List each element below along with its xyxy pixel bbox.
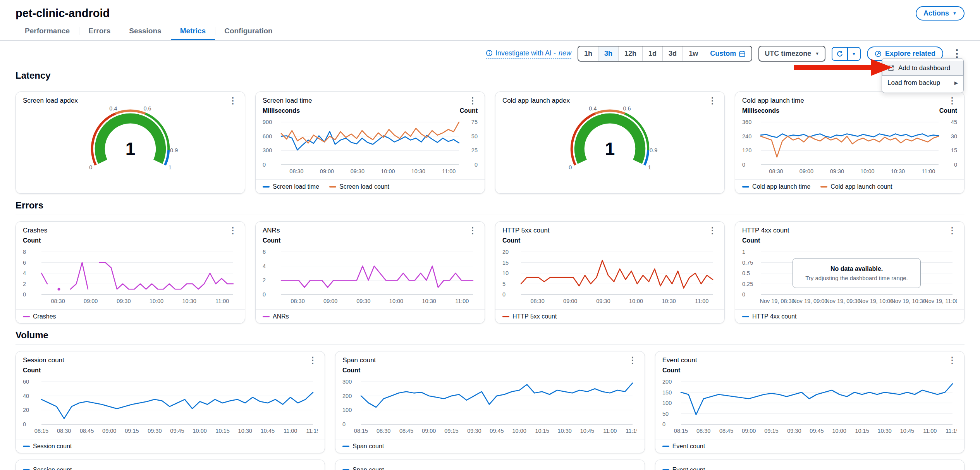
tab-sessions[interactable]: Sessions <box>120 23 170 40</box>
svg-text:11:00: 11:00 <box>284 428 297 434</box>
chart-legend: HTTP 5xx count <box>495 309 724 321</box>
range-1h-button[interactable]: 1h <box>578 46 598 61</box>
svg-text:11:00: 11:00 <box>923 428 937 434</box>
chart-title: HTTP 4xx count <box>742 227 789 234</box>
svg-text:10:45: 10:45 <box>580 428 594 434</box>
svg-text:10:00: 10:00 <box>832 428 846 434</box>
legend-item[interactable]: Cold app launch count <box>820 183 892 190</box>
range-custom-button[interactable]: Custom <box>704 46 751 61</box>
svg-text:5: 5 <box>502 281 505 287</box>
chart-title: Screen load time <box>263 97 312 105</box>
chart-legend: Screen load timeScreen load count <box>256 179 485 191</box>
tab-metrics[interactable]: Metrics <box>171 23 215 40</box>
card-menu-icon[interactable]: ⋮ <box>707 96 717 105</box>
tab-errors[interactable]: Errors <box>79 23 120 40</box>
svg-text:0.25: 0.25 <box>742 281 753 287</box>
cold-app-launch-apdex-gauge: 00.40.60.911 <box>502 107 717 188</box>
legend-color-dash <box>742 186 749 188</box>
svg-text:0.75: 0.75 <box>742 260 753 266</box>
svg-text:0: 0 <box>502 291 505 298</box>
legend-color-dash <box>502 316 509 317</box>
svg-text:09:15: 09:15 <box>445 428 459 434</box>
svg-text:10: 10 <box>502 270 509 276</box>
svg-text:11:00: 11:00 <box>603 428 617 434</box>
svg-text:360: 360 <box>742 119 751 125</box>
svg-text:0.5: 0.5 <box>742 270 750 276</box>
svg-text:600: 600 <box>263 133 272 139</box>
svg-text:11:15: 11:15 <box>626 428 638 434</box>
svg-text:20: 20 <box>502 249 509 255</box>
legend-item[interactable]: ANRs <box>263 313 289 320</box>
legend-item[interactable]: Event count <box>662 443 705 450</box>
chart-legend: ANRs <box>256 309 485 321</box>
range-3h-button[interactable]: 3h <box>598 46 618 61</box>
card-menu-icon[interactable]: ⋮ <box>468 96 478 105</box>
legend-item[interactable]: Session count <box>23 443 72 450</box>
chart-legend: Session count <box>16 439 325 451</box>
card-menu-icon[interactable]: ⋮ <box>468 226 478 235</box>
chart-legend: Span count <box>335 439 644 451</box>
refresh-icon <box>836 50 843 57</box>
svg-text:10:30: 10:30 <box>182 298 196 304</box>
chart-card-cold-app-launch-apdex: Cold app launch apdex ⋮ 00.40.60.911 <box>495 91 725 194</box>
volume-row: Session count ⋮ Count604020008:1508:3008… <box>15 351 965 453</box>
section-errors-heading: Errors <box>15 200 965 215</box>
svg-text:60: 60 <box>23 379 29 385</box>
screen-load-apdex-gauge: 00.40.60.911 <box>23 107 238 188</box>
svg-text:09:30: 09:30 <box>351 168 364 174</box>
legend-item[interactable]: Screen load time <box>263 183 319 190</box>
svg-text:10:00: 10:00 <box>193 428 207 434</box>
legend-color-dash <box>742 316 749 317</box>
http-4xx-chart: Count10.750.50.250Nov 19, 08:30Nov 19, 0… <box>742 236 957 306</box>
svg-text:240: 240 <box>742 133 751 139</box>
svg-text:10:00: 10:00 <box>512 428 526 434</box>
tab-bar: PerformanceErrorsSessionsMetricsConfigur… <box>0 23 980 41</box>
chart-card-crashes: Crashes ⋮ Count8642008:3009:0009:3010:00… <box>15 221 245 324</box>
chart-card-cold-app-launch-time: Cold app launch time ⋮ MillisecondsCount… <box>735 91 965 194</box>
svg-text:0: 0 <box>742 291 745 298</box>
legend-item[interactable]: Event count <box>662 467 705 470</box>
card-menu-icon[interactable]: ⋮ <box>947 356 957 365</box>
range-1d-button[interactable]: 1d <box>642 46 662 61</box>
legend-color-dash <box>263 186 270 188</box>
card-menu-icon[interactable]: ⋮ <box>947 96 957 105</box>
legend-item[interactable]: HTTP 5xx count <box>502 313 557 320</box>
menu-item-load-from-backup[interactable]: Load from backup ▶ <box>882 76 963 90</box>
svg-text:300: 300 <box>342 379 352 385</box>
card-menu-icon[interactable]: ⋮ <box>228 226 238 235</box>
legend-item[interactable]: Session count <box>23 467 72 470</box>
svg-text:1: 1 <box>126 139 136 159</box>
legend-item[interactable]: Span count <box>342 443 384 450</box>
svg-text:09:45: 09:45 <box>490 428 504 434</box>
range-1w-button[interactable]: 1w <box>683 46 704 61</box>
card-menu-icon[interactable]: ⋮ <box>228 96 238 105</box>
chart-legend: Crashes <box>16 309 245 321</box>
legend-item[interactable]: Crashes <box>23 313 56 320</box>
investigate-ai-link[interactable]: Investigate with AI - new <box>486 49 571 59</box>
card-menu-icon[interactable]: ⋮ <box>707 226 717 235</box>
svg-text:10:00: 10:00 <box>381 168 395 174</box>
actions-button[interactable]: Actions ▼ <box>916 6 965 21</box>
svg-text:Nov 19, 09:30: Nov 19, 09:30 <box>825 298 860 304</box>
svg-text:8: 8 <box>23 249 26 255</box>
legend-color-dash <box>23 446 30 447</box>
svg-text:75: 75 <box>471 119 478 125</box>
card-menu-icon[interactable]: ⋮ <box>628 356 638 365</box>
svg-text:6: 6 <box>263 249 266 255</box>
tab-configuration[interactable]: Configuration <box>215 23 282 40</box>
chart-card-partial-event: Event count <box>655 460 965 470</box>
chart-legend: HTTP 4xx count <box>735 309 964 321</box>
svg-text:08:45: 08:45 <box>399 428 413 434</box>
svg-text:No data available.: No data available. <box>830 265 883 272</box>
card-menu-icon[interactable]: ⋮ <box>308 356 318 365</box>
legend-item[interactable]: Cold app launch time <box>742 183 810 190</box>
card-menu-icon[interactable]: ⋮ <box>947 226 957 235</box>
chart-legend: Cold app launch timeCold app launch coun… <box>735 179 964 191</box>
legend-item[interactable]: Span count <box>342 467 384 470</box>
tab-performance[interactable]: Performance <box>15 23 79 40</box>
range-12h-button[interactable]: 12h <box>618 46 642 61</box>
legend-item[interactable]: Screen load count <box>329 183 389 190</box>
legend-item[interactable]: HTTP 4xx count <box>742 313 796 320</box>
range-3d-button[interactable]: 3d <box>662 46 683 61</box>
svg-text:11:00: 11:00 <box>455 298 469 304</box>
